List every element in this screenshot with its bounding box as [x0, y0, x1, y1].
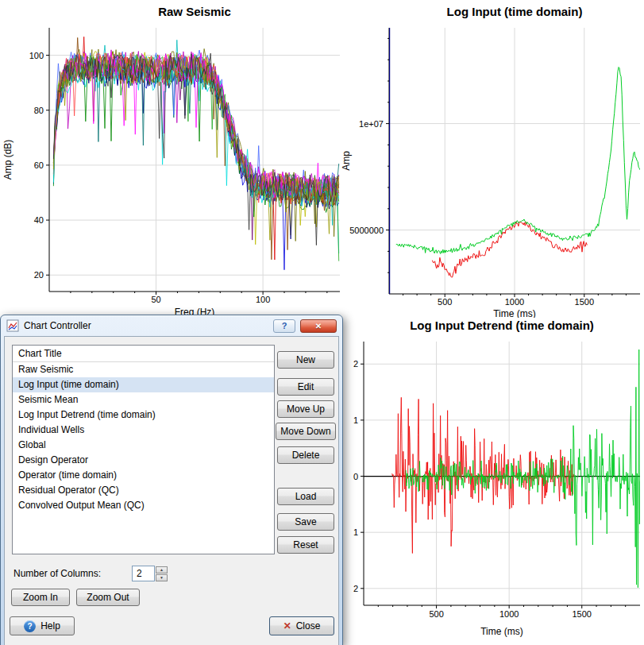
svg-text:80: 80	[34, 106, 44, 115]
spinner-down-icon[interactable]: ▼	[156, 574, 168, 581]
svg-text:40: 40	[34, 215, 44, 225]
svg-text:1000: 1000	[505, 297, 524, 307]
chart-list-item[interactable]: Design Operator	[13, 453, 274, 468]
svg-text:100: 100	[29, 51, 44, 60]
chart-list-item[interactable]: Residual Operator (QC)	[13, 483, 274, 498]
titlebar-help-icon: ?	[282, 321, 287, 330]
svg-text:2: 2	[353, 584, 358, 593]
titlebar-close-button[interactable]: ✕	[300, 319, 337, 333]
svg-text:Time (ms): Time (ms)	[480, 626, 523, 637]
chart-list[interactable]: Chart Title Raw SeismicLog Input (time d…	[12, 345, 275, 554]
chart-list-item[interactable]: Individual Wells	[13, 423, 274, 438]
svg-text:Raw Seismic: Raw Seismic	[158, 5, 231, 18]
svg-text:Log Input Detrend (time domain: Log Input Detrend (time domain)	[410, 319, 594, 332]
svg-text:50: 50	[151, 295, 160, 304]
columns-spinner-arrows: ▲ ▼	[156, 566, 168, 581]
svg-text:0: 0	[353, 472, 358, 481]
edit-button[interactable]: Edit	[277, 378, 334, 396]
log-input-detrend-panel: 5001000150021012Log Input Detrend (time …	[341, 318, 644, 645]
svg-text:1500: 1500	[575, 297, 594, 307]
zoom-in-button[interactable]: Zoom In	[11, 589, 70, 606]
svg-text:Log Input (time domain): Log Input (time domain)	[447, 5, 583, 18]
columns-value[interactable]: 2	[132, 566, 155, 581]
svg-text:500: 500	[429, 609, 443, 619]
svg-text:1000: 1000	[499, 609, 519, 619]
close-button-label: Close	[296, 620, 321, 631]
help-button-label: Help	[40, 620, 60, 631]
delete-button[interactable]: Delete	[277, 446, 334, 464]
raw-seismic-chart: 5010020406080100Raw SeismicFreq (Hz)Amp …	[0, 0, 341, 318]
svg-text:20: 20	[34, 270, 44, 280]
help-button[interactable]: ? Help	[10, 616, 75, 635]
svg-text:1e+07: 1e+07	[359, 119, 384, 129]
help-icon: ?	[24, 620, 36, 632]
svg-text:100: 100	[256, 295, 270, 304]
move-down-button[interactable]: Move Down	[276, 423, 336, 440]
zoom-out-button[interactable]: Zoom Out	[76, 589, 140, 606]
raw-seismic-panel: 5010020406080100Raw SeismicFreq (Hz)Amp …	[0, 0, 341, 318]
svg-text:1500: 1500	[572, 609, 591, 619]
chart-list-item[interactable]: Log Input (time domain)	[13, 377, 274, 392]
chart-list-items: Raw SeismicLog Input (time domain)Seismi…	[13, 362, 274, 513]
columns-spinner[interactable]: 2 ▲ ▼	[132, 566, 168, 581]
chart-controller-icon	[6, 319, 19, 332]
chart-list-item[interactable]: Global	[13, 438, 274, 453]
svg-text:1: 1	[353, 415, 358, 425]
spinner-up-icon[interactable]: ▲	[156, 566, 168, 574]
chart-list-header: Chart Title	[13, 346, 274, 362]
save-button[interactable]: Save	[277, 513, 334, 531]
svg-text:2: 2	[353, 359, 358, 369]
reset-button[interactable]: Reset	[277, 536, 334, 554]
chart-list-item[interactable]: Log Input Detrend (time domain)	[13, 407, 274, 423]
svg-text:500: 500	[438, 297, 452, 307]
close-icon: ✕	[283, 620, 291, 631]
svg-text:1: 1	[353, 527, 358, 537]
chart-list-item[interactable]: Seismic Mean	[13, 392, 274, 407]
dialog-titlebar[interactable]: Chart Controller ? ✕	[1, 315, 342, 336]
close-button[interactable]: ✕ Close	[269, 616, 334, 635]
svg-text:5000000: 5000000	[349, 226, 384, 235]
svg-text:60: 60	[34, 160, 44, 170]
number-of-columns-label: Number of Columns:	[13, 568, 101, 579]
move-up-button[interactable]: Move Up	[277, 400, 334, 418]
log-input-chart: 5001000150050000001e+07Log Input (time d…	[341, 0, 644, 318]
svg-text:Amp: Amp	[341, 151, 352, 171]
load-button[interactable]: Load	[277, 488, 334, 505]
svg-text:Time (ms): Time (ms)	[493, 308, 536, 318]
chart-list-item[interactable]: Raw Seismic	[13, 362, 274, 377]
svg-text:Amp (dB): Amp (dB)	[2, 140, 13, 180]
titlebar-help-button[interactable]: ?	[273, 319, 295, 333]
dialog-client-area: Chart Title Raw SeismicLog Input (time d…	[4, 336, 339, 645]
dialog-title: Chart Controller	[24, 320, 268, 331]
log-input-detrend-chart: 5001000150021012Log Input Detrend (time …	[341, 318, 644, 645]
new-button[interactable]: New	[277, 351, 334, 369]
chart-list-item[interactable]: Convolved Output Mean (QC)	[13, 498, 274, 513]
chart-list-item[interactable]: Operator (time domain)	[13, 468, 274, 483]
titlebar-close-icon: ✕	[315, 322, 322, 330]
log-input-panel: 5001000150050000001e+07Log Input (time d…	[341, 0, 644, 318]
chart-controller-dialog: Chart Controller ? ✕ Chart Title Raw Sei…	[0, 315, 343, 645]
stage: 5010020406080100Raw SeismicFreq (Hz)Amp …	[0, 0, 644, 645]
